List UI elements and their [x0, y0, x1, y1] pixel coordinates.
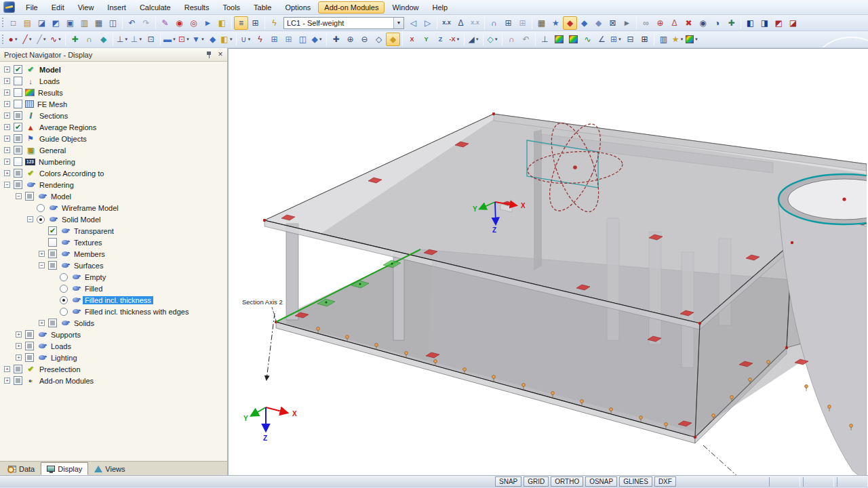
- status-toggle-grid[interactable]: GRID: [524, 476, 549, 487]
- display-wand-button[interactable]: ★▼: [671, 33, 685, 46]
- previous-load-case-button[interactable]: ◁: [406, 16, 420, 30]
- tree-item-textures[interactable]: Textures: [0, 237, 227, 248]
- checkbox[interactable]: [14, 376, 22, 385]
- tree-item-results[interactable]: +Results: [0, 87, 227, 98]
- status-toggle-glines[interactable]: GLINES: [619, 476, 652, 487]
- new-cone-button[interactable]: ▼▼: [191, 33, 205, 46]
- expand-icon[interactable]: +: [4, 124, 10, 130]
- object-info-button[interactable]: ◉: [696, 16, 710, 30]
- tree-item-filled[interactable]: Filled: [0, 283, 227, 294]
- tree-item-add-on-modules[interactable]: +Add-on Modules: [0, 375, 227, 386]
- status-toggle-dxf[interactable]: DXF: [654, 476, 676, 487]
- tree-item-rendering[interactable]: −Rendering: [0, 179, 227, 190]
- radio-button[interactable]: [60, 285, 68, 293]
- new-surface-button[interactable]: ▬▼: [163, 33, 177, 46]
- delete-x-button[interactable]: ✖: [682, 16, 696, 30]
- checkbox[interactable]: [48, 226, 57, 235]
- expand-icon[interactable]: +: [4, 147, 10, 153]
- checkbox[interactable]: [48, 238, 57, 247]
- checkbox[interactable]: [48, 261, 57, 270]
- dropdown-arrow-icon[interactable]: ▼: [229, 37, 233, 41]
- tree-item-transparent[interactable]: Transparent: [0, 225, 227, 237]
- close-icon[interactable]: ×: [216, 51, 224, 59]
- result-table-button[interactable]: ⊠: [606, 16, 620, 30]
- tree-item-general[interactable]: +General: [0, 144, 227, 156]
- support-results-button[interactable]: ⊥: [538, 33, 552, 46]
- connect-lines-button[interactable]: ∪▼: [239, 33, 253, 46]
- view-x-button[interactable]: X: [405, 33, 419, 46]
- app-logo-icon[interactable]: [3, 1, 15, 13]
- table-a-button[interactable]: ⊞: [501, 16, 515, 30]
- clipping-button[interactable]: ⊟: [623, 33, 637, 46]
- dropdown-arrow-icon[interactable]: ▼: [28, 37, 33, 41]
- show-masses-button[interactable]: ◆: [577, 16, 591, 30]
- tank-center-node[interactable]: [842, 197, 846, 201]
- collapse-icon[interactable]: −: [16, 193, 22, 199]
- new-member-button[interactable]: ✚: [68, 33, 82, 46]
- tree-item-wireframe-model[interactable]: Wireframe Model: [0, 202, 227, 214]
- radio-button[interactable]: [60, 308, 68, 316]
- dropdown-arrow-icon[interactable]: ▼: [186, 37, 190, 41]
- rotate-center-button[interactable]: ⊕: [653, 16, 667, 30]
- window-3-button[interactable]: ◩: [772, 16, 786, 30]
- generator-frame-button[interactable]: ⊞: [267, 33, 281, 46]
- checkbox[interactable]: [14, 134, 22, 143]
- table-lines-button[interactable]: ≡: [234, 16, 248, 30]
- chain-button[interactable]: ∞: [639, 16, 653, 30]
- collapse-icon[interactable]: −: [39, 262, 45, 268]
- open-project-button[interactable]: ◪: [35, 16, 49, 30]
- load-case-loads-button[interactable]: ϟ: [267, 16, 281, 30]
- new-opening-button[interactable]: ⊡▼: [177, 33, 191, 46]
- dropdown-arrow-icon[interactable]: ▼: [14, 37, 18, 41]
- expand-icon[interactable]: +: [4, 159, 10, 165]
- solid-results-button[interactable]: [566, 33, 580, 46]
- collapse-icon[interactable]: −: [4, 182, 10, 188]
- tree-item-preselection[interactable]: +Preselection: [0, 363, 227, 375]
- menu-item-view[interactable]: View: [72, 1, 100, 14]
- expand-icon[interactable]: +: [4, 101, 10, 107]
- radio-button[interactable]: [37, 204, 45, 212]
- generator-load-button[interactable]: ◆▼: [310, 33, 324, 46]
- tree-item-filled-incl-thickness-with-edges[interactable]: Filled incl. thickness with edges: [0, 306, 227, 317]
- dropdown-arrow-icon[interactable]: ▼: [138, 37, 142, 41]
- dropdown-arrow-icon[interactable]: ▼: [58, 37, 62, 41]
- dropdown-arrow-icon[interactable]: ▼: [124, 37, 128, 41]
- checkbox[interactable]: [14, 100, 22, 108]
- expand-icon[interactable]: +: [39, 251, 45, 257]
- menu-item-results[interactable]: Results: [178, 1, 216, 14]
- expand-icon[interactable]: +: [16, 343, 22, 349]
- menu-item-options[interactable]: Options: [279, 1, 317, 14]
- model-scene[interactable]: Section Axis 2 X Y Z: [229, 49, 867, 475]
- work-plane-button[interactable]: ◢▼: [467, 33, 481, 46]
- expand-icon[interactable]: +: [4, 378, 10, 384]
- copy-surface-button[interactable]: ◧▼: [220, 33, 234, 46]
- color-scale-button[interactable]: ▼: [685, 33, 699, 46]
- user-view-button[interactable]: ∩: [505, 33, 519, 46]
- show-imperfections-button[interactable]: ◆: [591, 16, 606, 30]
- tree-item-solid-model[interactable]: −Solid Model: [0, 214, 227, 225]
- copy-object-button[interactable]: ◧: [215, 16, 229, 30]
- collapse-icon[interactable]: −: [27, 216, 33, 222]
- new-surface-gen-button[interactable]: ◆: [96, 33, 111, 46]
- expand-icon[interactable]: +: [4, 170, 10, 176]
- expand-icon[interactable]: +: [4, 366, 10, 372]
- menu-item-window[interactable]: Window: [386, 1, 425, 14]
- open-button[interactable]: ▤: [20, 16, 35, 30]
- expand-icon[interactable]: +: [4, 78, 10, 84]
- toolbar-grip-2[interactable]: [1, 34, 5, 45]
- settings-gears-button[interactable]: ✚: [724, 16, 738, 30]
- tree-item-numbering[interactable]: +Numbering: [0, 156, 227, 167]
- result-values-button[interactable]: x.x: [468, 16, 482, 30]
- guide-lines-button[interactable]: ∩: [487, 16, 501, 30]
- dropdown-arrow-icon[interactable]: ▼: [172, 37, 176, 41]
- menu-item-insert[interactable]: Insert: [101, 1, 132, 14]
- pan-button[interactable]: ✚: [329, 33, 343, 46]
- result-tables-button[interactable]: ⊞: [637, 33, 652, 46]
- tree-item-members[interactable]: +Members: [0, 248, 227, 260]
- checkbox[interactable]: [14, 123, 22, 131]
- tab-data[interactable]: Data: [2, 462, 41, 475]
- dropdown-arrow-icon[interactable]: ▼: [475, 37, 479, 41]
- redo-button[interactable]: ↷: [139, 16, 153, 30]
- view-z-button[interactable]: Z: [433, 33, 448, 46]
- dropdown-arrow-icon[interactable]: ▼: [201, 37, 205, 41]
